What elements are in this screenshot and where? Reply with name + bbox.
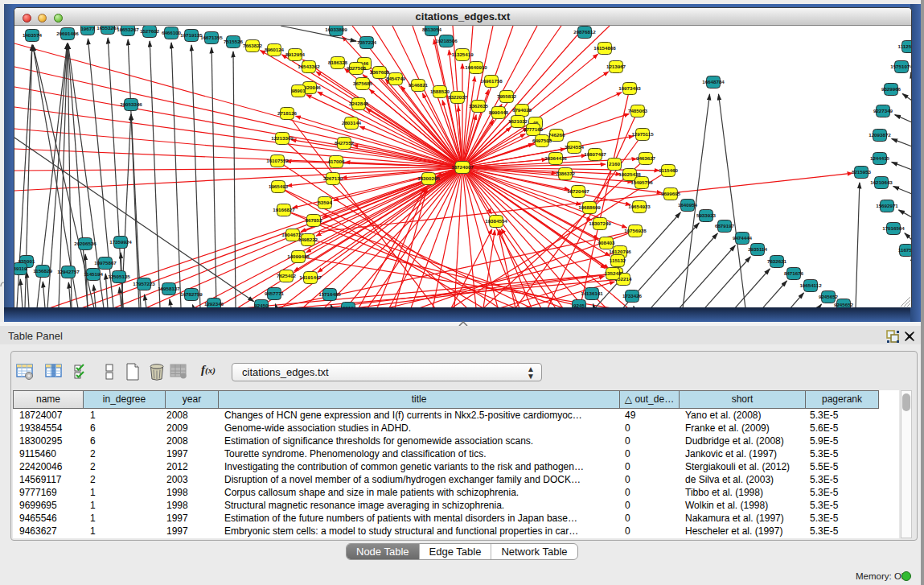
svg-text:15716485: 15716485 <box>318 291 341 297</box>
svg-text:115132: 115132 <box>610 257 626 263</box>
svg-text:19384554: 19384554 <box>485 218 507 224</box>
svg-text:17359924: 17359924 <box>109 239 132 245</box>
svg-text:2160: 2160 <box>609 161 620 167</box>
svg-text:7357224: 7357224 <box>357 39 377 45</box>
svg-text:17016504: 17016504 <box>882 225 905 231</box>
svg-text:1213967: 1213967 <box>606 64 626 69</box>
svg-text:14099488: 14099488 <box>287 253 310 259</box>
svg-text:2935114: 2935114 <box>748 246 767 252</box>
svg-text:1733426: 1733426 <box>622 293 643 299</box>
svg-text:9115460: 9115460 <box>659 167 678 173</box>
svg-text:16210643: 16210643 <box>870 179 893 185</box>
svg-text:9245652: 9245652 <box>834 302 854 307</box>
svg-text:1244415: 1244415 <box>870 155 890 161</box>
svg-text:135248: 135248 <box>605 270 622 276</box>
svg-text:14136141: 14136141 <box>581 290 603 296</box>
svg-text:16154808: 16154808 <box>593 45 616 51</box>
svg-text:16961758: 16961758 <box>480 78 503 84</box>
svg-text:1527602: 1527602 <box>140 28 160 34</box>
svg-text:1965493: 1965493 <box>269 183 289 189</box>
svg-text:14191447: 14191447 <box>299 274 322 280</box>
svg-text:10654112: 10654112 <box>799 282 822 288</box>
svg-text:11125419: 11125419 <box>898 43 912 49</box>
svg-text:7485063: 7485063 <box>628 108 648 113</box>
svg-text:9699695: 9699695 <box>661 191 681 196</box>
svg-text:10025438: 10025438 <box>618 171 641 177</box>
svg-text:7625402: 7625402 <box>277 273 297 278</box>
svg-text:9777169: 9777169 <box>524 126 544 132</box>
svg-text:1588520: 1588520 <box>430 89 450 94</box>
svg-text:1292346: 1292346 <box>204 301 224 307</box>
svg-text:3267130: 3267130 <box>323 175 343 181</box>
svg-text:20053346: 20053346 <box>120 101 142 107</box>
svg-text:20206536: 20206536 <box>74 241 97 246</box>
svg-text:9146821: 9146821 <box>409 82 429 88</box>
svg-text:10973493: 10973493 <box>618 85 641 91</box>
svg-text:53594: 53594 <box>318 200 332 205</box>
svg-text:9245652: 9245652 <box>819 294 839 299</box>
svg-text:16553267: 16553267 <box>97 26 119 31</box>
svg-text:9474444: 9474444 <box>733 235 753 241</box>
svg-text:10975867: 10975867 <box>94 260 117 266</box>
svg-text:7663822: 7663822 <box>243 43 263 48</box>
svg-text:10958137: 10958137 <box>158 286 180 291</box>
svg-text:6497508: 6497508 <box>532 138 552 143</box>
svg-text:3824554: 3824554 <box>565 144 585 150</box>
svg-text:18300295: 18300295 <box>417 175 440 181</box>
svg-text:17957223: 17957223 <box>133 281 155 286</box>
svg-text:8990448: 8990448 <box>489 109 509 115</box>
svg-text:746266: 746266 <box>548 132 565 138</box>
svg-text:6794028: 6794028 <box>512 107 532 113</box>
svg-text:11325419: 11325419 <box>451 51 474 57</box>
svg-text:9463627: 9463627 <box>636 155 656 161</box>
svg-text:15495756: 15495756 <box>630 179 653 185</box>
svg-text:8813054: 8813054 <box>422 27 442 32</box>
svg-text:10756928: 10756928 <box>624 228 647 233</box>
svg-text:16671355: 16671355 <box>200 35 223 40</box>
svg-text:20876812: 20876812 <box>573 29 596 35</box>
svg-text:16033809: 16033809 <box>325 27 347 32</box>
svg-text:9610: 9610 <box>343 305 354 307</box>
svg-text:8912954: 8912954 <box>285 51 306 57</box>
svg-text:16107552: 16107552 <box>266 158 289 163</box>
svg-text:8427552: 8427552 <box>335 140 355 146</box>
svg-text:18724007: 18724007 <box>451 164 474 170</box>
svg-text:1621022: 1621022 <box>508 118 528 124</box>
svg-text:9329966: 9329966 <box>881 86 901 92</box>
svg-text:2367608: 2367608 <box>370 69 390 75</box>
svg-text:19166827: 19166827 <box>273 207 295 212</box>
svg-text:16648784: 16648784 <box>702 79 725 84</box>
svg-text:10653267: 10653267 <box>117 27 139 32</box>
svg-text:908403: 908403 <box>598 240 615 245</box>
svg-text:9457771: 9457771 <box>265 290 285 296</box>
svg-text:1640954: 1640954 <box>678 202 698 208</box>
svg-text:9327508: 9327508 <box>347 65 367 71</box>
svg-text:116753: 116753 <box>898 247 912 253</box>
svg-text:867853: 867853 <box>306 217 322 223</box>
svg-text:2718126: 2718126 <box>277 110 298 116</box>
svg-text:19654923: 19654923 <box>628 204 651 209</box>
svg-text:8960124: 8960124 <box>265 47 285 52</box>
svg-text:10688609: 10688609 <box>578 204 601 210</box>
svg-text:5933923: 5933923 <box>696 212 717 218</box>
svg-text:39119: 39119 <box>14 266 27 271</box>
svg-text:3242848: 3242848 <box>349 101 369 106</box>
svg-text:8215953: 8215953 <box>852 169 872 175</box>
svg-text:417006: 417006 <box>328 159 345 164</box>
svg-text:18307249: 18307249 <box>589 220 611 226</box>
svg-text:16120746: 16120746 <box>609 249 631 254</box>
svg-text:7955812: 7955812 <box>497 93 517 99</box>
svg-text:6879197: 6879197 <box>715 223 735 229</box>
svg-text:1145194: 1145194 <box>84 271 103 277</box>
svg-text:7515526: 7515526 <box>224 39 244 44</box>
svg-text:1362635: 1362635 <box>469 103 489 109</box>
svg-text:98901: 98901 <box>291 88 306 93</box>
svg-text:1403574: 1403574 <box>23 32 43 38</box>
svg-text:20364436: 20364436 <box>544 155 567 161</box>
svg-text:12505135: 12505135 <box>108 274 130 279</box>
svg-text:1498222: 1498222 <box>298 237 318 242</box>
svg-text:6466100: 6466100 <box>162 30 182 35</box>
svg-text:16782759: 16782759 <box>180 291 203 297</box>
svg-text:18720407: 18720407 <box>567 188 589 194</box>
svg-text:15692971: 15692971 <box>876 203 898 208</box>
